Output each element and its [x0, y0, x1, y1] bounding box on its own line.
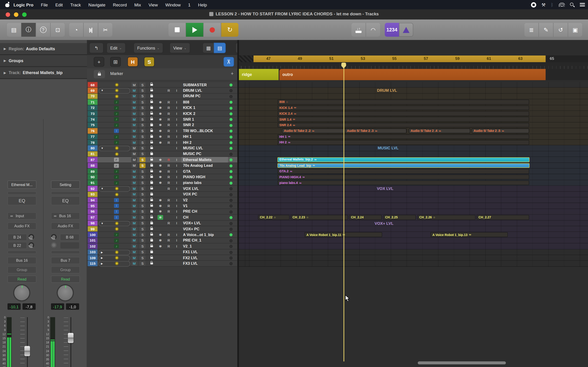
freeze-icon[interactable]: ❄	[157, 238, 163, 243]
region[interactable]: CH_2.24	[349, 215, 382, 219]
track-row-94[interactable]: 94⦙MS❄RIV2	[87, 197, 237, 203]
track-on-indicator[interactable]	[229, 262, 233, 265]
track-on-indicator[interactable]	[229, 153, 233, 156]
library-button[interactable]: ▤	[7, 23, 21, 37]
mute-button[interactable]: M	[131, 186, 137, 191]
empty-slot[interactable]	[51, 250, 80, 254]
group-slot[interactable]: Group	[51, 266, 80, 273]
region[interactable]: A Voice Robot 1_bip.13∞	[431, 232, 508, 237]
record-enable-button[interactable]: R	[166, 100, 172, 105]
pan-value[interactable]: -17,9	[51, 303, 64, 310]
region[interactable]: Audio 5/ Take 2 .2∞	[282, 128, 348, 133]
mute-button[interactable]: M	[131, 227, 137, 232]
mute-button[interactable]: M	[131, 106, 137, 110]
solo-button[interactable]: S	[139, 244, 145, 249]
volume-fader[interactable]	[68, 333, 73, 343]
lock-icon[interactable]	[150, 240, 153, 242]
editors-button[interactable]: ✂	[98, 23, 112, 37]
track-row-81[interactable]: 81MSMUSIC PC	[87, 151, 237, 157]
lock-icon[interactable]	[150, 84, 153, 86]
mixer-button[interactable]	[84, 23, 98, 37]
record-enable-button[interactable]: R	[166, 134, 172, 139]
output-slot[interactable]: Bus 16	[8, 257, 36, 264]
bar-ruler[interactable]: 47495153555759616365	[239, 56, 588, 62]
region[interactable]: Ethereal Mallets_bip.2∞	[277, 157, 529, 162]
track-on-indicator[interactable]	[229, 251, 233, 254]
mute-button[interactable]: M	[131, 134, 137, 139]
region[interactable]: CH_2.23○	[291, 215, 348, 219]
view-menu-button[interactable]: View⌄	[170, 43, 190, 53]
lock-icon[interactable]	[150, 135, 153, 138]
region[interactable]: piano labs.4∞	[277, 181, 529, 185]
mute-button[interactable]: M	[131, 209, 137, 214]
lock-icon[interactable]	[150, 211, 153, 213]
input-slot[interactable]: ∞Bus 16	[51, 212, 80, 219]
mute-button[interactable]: M	[131, 232, 137, 237]
disclosure-triangle-icon[interactable]: ▼	[101, 187, 103, 190]
track-name[interactable]: HH 2	[183, 140, 228, 145]
freeze-icon[interactable]: ❄	[157, 140, 163, 145]
track-name[interactable]: VOX PC	[183, 192, 228, 197]
region-inspector-header[interactable]: ▶ Region: Audio Defaults	[0, 43, 87, 55]
track-name[interactable]: MUSIC LVL	[183, 145, 228, 151]
track-name[interactable]: SNR 2	[183, 123, 228, 128]
note-pads-button[interactable]: ✎	[539, 23, 553, 37]
track-row-99[interactable]: 99MSVOX+ PC	[87, 226, 237, 232]
group-slot[interactable]: Group	[8, 266, 36, 273]
solo-button[interactable]: S	[139, 186, 145, 191]
solo-button[interactable]: S	[139, 128, 145, 133]
input-monitor-button[interactable]: I	[174, 215, 180, 220]
track-row-71[interactable]: 71♪MS❄RI808	[87, 99, 237, 105]
loop-browser-button[interactable]: ↺	[553, 23, 568, 37]
mute-button[interactable]: M	[131, 82, 137, 87]
solo-button[interactable]: S	[139, 152, 145, 156]
mute-button[interactable]: M	[131, 181, 137, 185]
solo-button[interactable]: S	[139, 261, 145, 266]
pan-knob[interactable]	[58, 285, 73, 300]
track-row-88[interactable]: 88♬MS❄RI70s Analog Lead	[87, 163, 237, 169]
solo-button[interactable]: S	[139, 238, 145, 243]
mute-button[interactable]: M	[131, 198, 137, 202]
input-monitor-button[interactable]: I	[174, 221, 180, 226]
region[interactable]: CH_2.22○	[258, 215, 289, 219]
disclosure-triangle-icon[interactable]: ▶	[4, 47, 6, 50]
menu-file[interactable]: File	[37, 2, 52, 7]
track-on-indicator[interactable]	[229, 176, 233, 179]
send-slot[interactable]: B 22	[8, 242, 27, 249]
menu-logic-pro[interactable]: Logic Pro	[10, 2, 37, 7]
record-enable-button[interactable]: R	[166, 209, 172, 214]
track-on-indicator[interactable]	[229, 182, 233, 185]
record-enable-button[interactable]: R	[166, 88, 172, 93]
track-row-96[interactable]: 96⦙MS❄RIPRE CH	[87, 209, 237, 215]
freeze-icon[interactable]: ❄	[157, 134, 163, 139]
mute-button[interactable]: M	[131, 192, 137, 197]
track-on-indicator[interactable]	[229, 199, 233, 202]
record-enable-button[interactable]: R	[166, 140, 172, 145]
region[interactable]: Audio 5/ Take 2 .4∞	[409, 128, 470, 133]
track-name[interactable]: PRE CH	[183, 209, 228, 214]
record-enable-button[interactable]: R	[166, 175, 172, 179]
solo-button[interactable]: S	[139, 203, 145, 208]
record-enable-button[interactable]: R	[166, 181, 172, 185]
solo-button[interactable]: S	[139, 181, 145, 185]
record-enable-button[interactable]: R	[166, 186, 172, 191]
region[interactable]: Audio 5/ Take 2 .3∞	[345, 128, 406, 133]
lock-icon[interactable]	[150, 165, 153, 167]
add-marker-button[interactable]: +	[231, 71, 233, 76]
freeze-icon[interactable]: ❄	[157, 175, 163, 179]
send-knob[interactable]	[28, 242, 34, 248]
region[interactable]: CH_2.27	[477, 215, 529, 219]
track-on-indicator[interactable]	[229, 107, 233, 110]
eq-slot[interactable]: EQ	[51, 196, 80, 205]
track-on-indicator[interactable]	[229, 83, 233, 86]
track-name[interactable]: PIANO HIGH	[183, 174, 228, 180]
input-monitor-button[interactable]: I	[174, 123, 180, 127]
list-view-button[interactable]: ▤	[214, 43, 226, 53]
track-name[interactable]: KICK 2	[183, 111, 228, 116]
mute-button[interactable]: M	[131, 128, 137, 133]
freeze-icon[interactable]: ❄	[157, 198, 163, 202]
audio-fx-slot[interactable]: Audio FX	[51, 223, 80, 230]
track-name[interactable]: HH 1	[183, 134, 228, 139]
input-monitor-button[interactable]: I	[174, 128, 180, 133]
pan-knob[interactable]	[14, 285, 29, 300]
